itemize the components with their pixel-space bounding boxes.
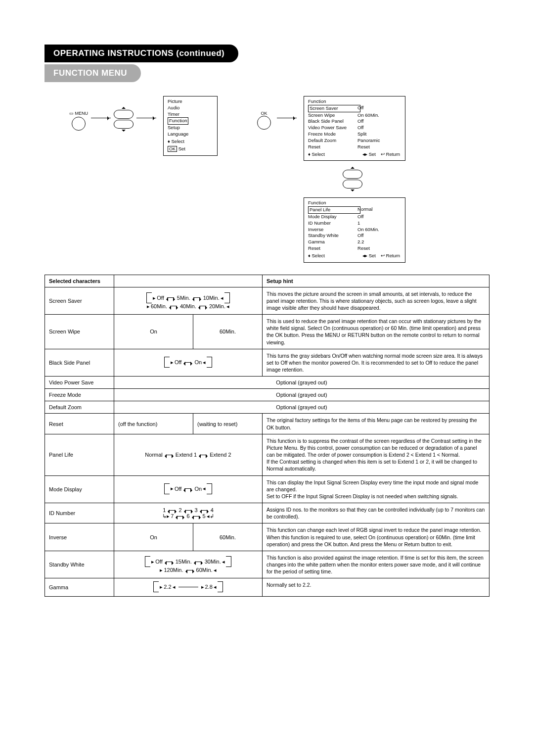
table-row: Video Power Save Optional (grayed out) — [45, 377, 490, 389]
table-row: Black Side Panel ▸ OffOn ◂ This turns th… — [45, 349, 490, 377]
table-row: Freeze Mode Optional (grayed out) — [45, 389, 490, 401]
black-side-options: ▸ OffOn ◂ — [114, 349, 263, 377]
mode-display-options: ▸ OffOn ◂ — [114, 475, 263, 503]
col-setup-hint: Setup hint — [263, 275, 490, 287]
gamma-options: ▸ 2.2 ◂▸ 2.8 ◂ — [114, 578, 263, 597]
ok-button-icon — [257, 116, 271, 130]
table-row: Default Zoom Optional (grayed out) — [45, 401, 490, 414]
table-row: Mode Display ▸ OffOn ◂ This can display … — [45, 475, 490, 503]
table-row: Standby White ▸Off15Min.30Min.◂ ▸120Min.… — [45, 551, 490, 578]
table-row: Screen Saver ▸Off5Min.10Min.◂ ▸60Min.40M… — [45, 287, 490, 315]
arrow-right-icon — [91, 118, 111, 118]
standby-white-options: ▸Off15Min.30Min.◂ ▸120Min.60Min.◂ — [114, 551, 263, 578]
table-row: Screen Wipe On 60Min. This is used to re… — [45, 315, 490, 349]
function-settings-table: Selected characters Setup hint Screen Sa… — [44, 275, 490, 597]
heading-sub: FUNCTION MENU — [44, 64, 141, 82]
osd-function-page-1: Function Screen SaverOff Screen WipeOn 6… — [304, 96, 405, 161]
table-row: Panel Life NormalExtend 1Extend 2 This f… — [45, 434, 490, 475]
id-number-options: 1234 ↳▸765◂↲ — [114, 503, 263, 523]
heading-main: OPERATING INSTRUCTIONS (continued) — [44, 45, 238, 62]
table-row: ID Number 1234 ↳▸765◂↲ Assigns ID nos. t… — [45, 503, 490, 523]
navigation-diagram: ▭ MENU Picture Audio Timer Function Setu… — [69, 96, 490, 263]
ok-label: OK — [261, 111, 267, 116]
panel-life-options: NormalExtend 1Extend 2 — [114, 434, 263, 475]
updown-rocker-icon — [114, 105, 134, 134]
col-selected-characters: Selected characters — [45, 275, 114, 287]
screen-saver-options: ▸Off5Min.10Min.◂ ▸60Min.40Min.20Min.◂ — [114, 287, 263, 315]
osd-function-page-2: Function Panel LifeNormal Mode DisplayOf… — [304, 197, 405, 262]
table-row: Reset (off the function) (waiting to res… — [45, 414, 490, 434]
menu-button-icon — [72, 117, 86, 131]
arrow-right-icon — [277, 118, 297, 118]
arrow-right-icon — [136, 118, 156, 118]
updown-rocker-icon — [343, 165, 362, 193]
menu-label: ▭ MENU — [69, 111, 88, 116]
table-row: Gamma ▸ 2.2 ◂▸ 2.8 ◂ Normally set to 2.2… — [45, 578, 490, 597]
table-row: Inverse On 60Min. This function can chan… — [45, 523, 490, 551]
osd-menu-list: Picture Audio Timer Function Setup Langu… — [163, 96, 218, 156]
